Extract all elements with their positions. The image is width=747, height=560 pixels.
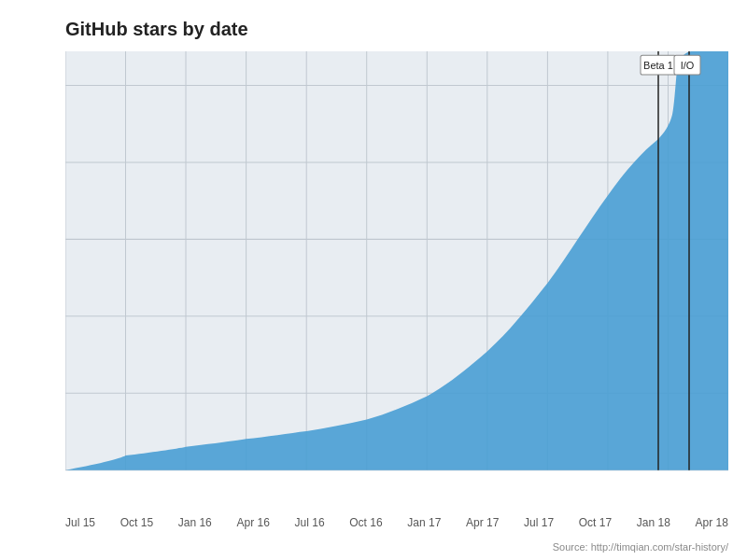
svg-text:Beta 1: Beta 1	[643, 60, 673, 71]
x-label-10: Jan 18	[637, 516, 670, 529]
x-label-4: Jul 16	[295, 516, 325, 529]
x-label-3: Apr 16	[236, 516, 269, 529]
x-label-0: Jul 15	[65, 516, 95, 529]
x-label-1: Oct 15	[120, 516, 153, 529]
chart-title: GitHub stars by date	[65, 19, 728, 40]
x-label-2: Jan 16	[178, 516, 212, 529]
main-chart-svg: Beta 1 I/O 0 5,000 10,000 15,000 20,000 …	[65, 51, 728, 499]
x-axis-labels: Jul 15 Oct 15 Jan 16 Apr 16 Jul 16 Oct 1…	[65, 516, 728, 529]
x-label-7: Apr 17	[466, 516, 499, 529]
x-label-8: Jul 17	[524, 516, 554, 529]
source-text: Source: http://timqian.com/star-history/	[553, 541, 728, 553]
chart-container: GitHub stars by date	[0, 0, 747, 560]
x-label-5: Oct 16	[349, 516, 382, 529]
x-label-11: Apr 18	[696, 516, 728, 529]
chart-area: Beta 1 I/O 0 5,000 10,000 15,000 20,000 …	[65, 51, 728, 499]
x-label-9: Oct 17	[579, 516, 612, 529]
x-label-6: Jan 17	[407, 516, 441, 529]
svg-text:I/O: I/O	[681, 60, 695, 71]
